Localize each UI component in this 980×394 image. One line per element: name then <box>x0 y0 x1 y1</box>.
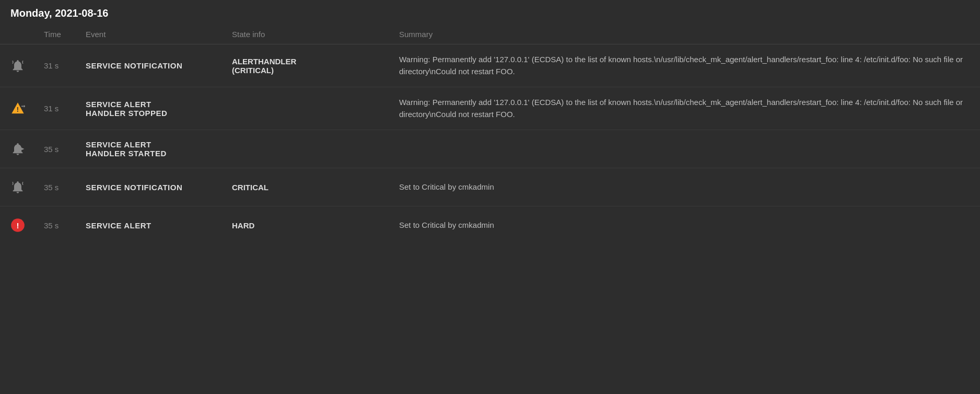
col-header-icon <box>0 25 36 44</box>
row-summary: Warning: Permanently add '127.0.0.1' (EC… <box>391 87 980 130</box>
date-label: Monday, 2021-08-16 <box>10 7 109 19</box>
row-icon-cell: ! <box>0 87 36 130</box>
critical-alert-icon: ! <box>8 216 27 235</box>
row-time: 35 s <box>36 206 77 245</box>
row-summary: Warning: Permanently add '127.0.0.1' (EC… <box>391 44 980 87</box>
col-header-summary: Summary <box>391 25 980 44</box>
row-state-info <box>224 87 391 130</box>
svg-marker-3 <box>24 105 25 108</box>
row-time: 35 s <box>36 130 77 168</box>
table-row: ! 31 sSERVICE ALERT HANDLER STOPPEDWarni… <box>0 87 980 130</box>
col-header-event: Event <box>77 25 224 44</box>
row-time: 35 s <box>36 168 77 206</box>
table-row: 35 sSERVICE ALERT HANDLER STARTED <box>0 130 980 168</box>
svg-text:!: ! <box>17 105 19 113</box>
row-summary <box>391 130 980 168</box>
bell-arrow-icon <box>8 140 27 158</box>
row-icon-cell: ! <box>0 206 36 245</box>
row-event: SERVICE ALERT <box>77 206 224 245</box>
warning-triangle-icon: ! <box>8 99 27 118</box>
row-state-info <box>224 130 391 168</box>
event-table: Time Event State info Summary 31 sSERVIC… <box>0 25 980 244</box>
svg-text:!: ! <box>16 221 19 230</box>
table-row: 35 sSERVICE NOTIFICATIONCRITICALSet to C… <box>0 168 980 206</box>
col-header-state: State info <box>224 25 391 44</box>
table-row: ! 35 sSERVICE ALERTHARDSet to Critical b… <box>0 206 980 245</box>
row-state-info: CRITICAL <box>224 168 391 206</box>
row-icon-cell <box>0 168 36 206</box>
row-event: SERVICE NOTIFICATION <box>77 168 224 206</box>
page-header: Monday, 2021-08-16 <box>0 0 980 25</box>
row-summary: Set to Critical by cmkadmin <box>391 168 980 206</box>
table-row: 31 sSERVICE NOTIFICATIONALERTHANDLER (CR… <box>0 44 980 87</box>
row-time: 31 s <box>36 87 77 130</box>
row-event: SERVICE NOTIFICATION <box>77 44 224 87</box>
notification-bell-icon <box>8 178 27 196</box>
col-header-time: Time <box>36 25 77 44</box>
row-summary: Set to Critical by cmkadmin <box>391 206 980 245</box>
row-icon-cell <box>0 130 36 168</box>
notification-bell-icon <box>8 56 27 75</box>
row-event: SERVICE ALERT HANDLER STOPPED <box>77 87 224 130</box>
row-time: 31 s <box>36 44 77 87</box>
row-icon-cell <box>0 44 36 87</box>
table-header-row: Time Event State info Summary <box>0 25 980 44</box>
row-state-info: ALERTHANDLER (CRITICAL) <box>224 44 391 87</box>
row-event: SERVICE ALERT HANDLER STARTED <box>77 130 224 168</box>
row-state-info: HARD <box>224 206 391 245</box>
